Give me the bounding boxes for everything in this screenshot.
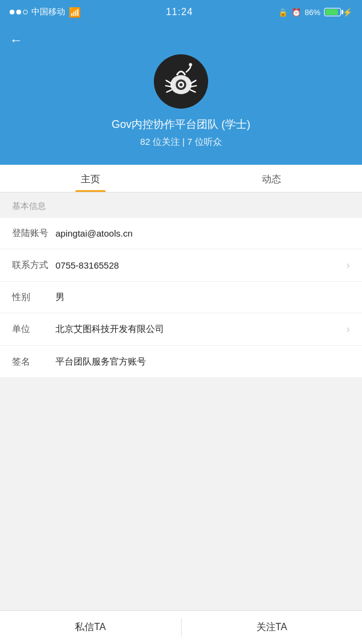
private-message-label: 私信TA [75,621,106,634]
label-login: 登陆账号 [12,228,56,239]
value-gender: 男 [56,292,350,303]
bottom-bar: 私信TA 关注TA [0,610,362,644]
lock-icon: 🔒 [278,8,288,17]
tab-activity[interactable]: 动态 [181,165,362,192]
info-row-login: 登陆账号 apingtai@atools.cn [0,218,362,249]
back-button[interactable]: ← [0,30,33,54]
info-row-company[interactable]: 单位 北京艾图科技开发有限公司 › [0,313,362,346]
svg-line-10 [191,90,195,92]
value-company: 北京艾图科技开发有限公司 [56,324,341,335]
label-signature: 签名 [12,356,56,368]
dot1 [10,10,14,14]
section-header: 基本信息 [0,193,362,218]
svg-line-8 [191,80,196,83]
tab-home[interactable]: 主页 [0,165,181,192]
value-contact: 0755-83165528 [56,260,341,270]
value-login: apingtai@atools.cn [56,228,350,238]
status-right: 🔒 ⏰ 86% ⚡ [278,8,352,17]
dot3 [23,10,28,14]
chevron-icon-contact: › [346,259,350,272]
status-left: 中国移动 📶 [10,7,81,18]
battery-indicator: ⚡ [324,8,352,17]
svg-point-4 [189,63,192,66]
tab-activity-label: 动态 [262,174,281,184]
charging-icon: ⚡ [343,8,352,17]
dot2 [16,10,21,14]
tab-home-label: 主页 [81,174,100,184]
chevron-icon-company: › [346,323,350,336]
wifi-icon: 📶 [69,7,81,18]
battery-bar [324,8,341,16]
follow-label: 关注TA [256,621,287,634]
label-gender: 性别 [12,292,56,303]
info-list: 登陆账号 apingtai@atools.cn 联系方式 0755-831655… [0,218,362,377]
signal-dots [10,10,28,14]
info-row-contact[interactable]: 联系方式 0755-83165528 › [0,249,362,282]
label-company: 单位 [12,324,56,335]
alarm-icon: ⏰ [291,8,301,17]
value-signature: 平台团队服务官方账号 [56,356,350,368]
avatar [154,54,208,109]
label-contact: 联系方式 [12,260,56,271]
clock: 11:24 [166,7,193,18]
status-bar: 中国移动 📶 11:24 🔒 ⏰ 86% ⚡ [0,0,362,24]
follow-button[interactable]: 关注TA [182,611,363,644]
svg-line-5 [167,80,172,83]
battery-percent: 86% [305,8,320,17]
content-spacer [0,377,362,510]
tab-bar: 主页 动态 [0,165,362,193]
carrier-label: 中国移动 [31,7,65,18]
profile-stats: 82 位关注 | 7 位听众 [140,136,222,148]
avatar-image [160,60,202,103]
info-row-gender: 性别 男 [0,282,362,313]
private-message-button[interactable]: 私信TA [0,611,181,644]
svg-line-7 [167,90,171,92]
profile-header: ← Gov内控协作平台团队 (学士) 82 位关注 | 7 位听众 [0,24,362,165]
battery-fill [325,9,338,15]
profile-name: Gov内控协作平台团队 (学士) [112,117,250,132]
info-row-signature: 签名 平台团队服务官方账号 [0,346,362,377]
svg-point-3 [179,83,182,86]
